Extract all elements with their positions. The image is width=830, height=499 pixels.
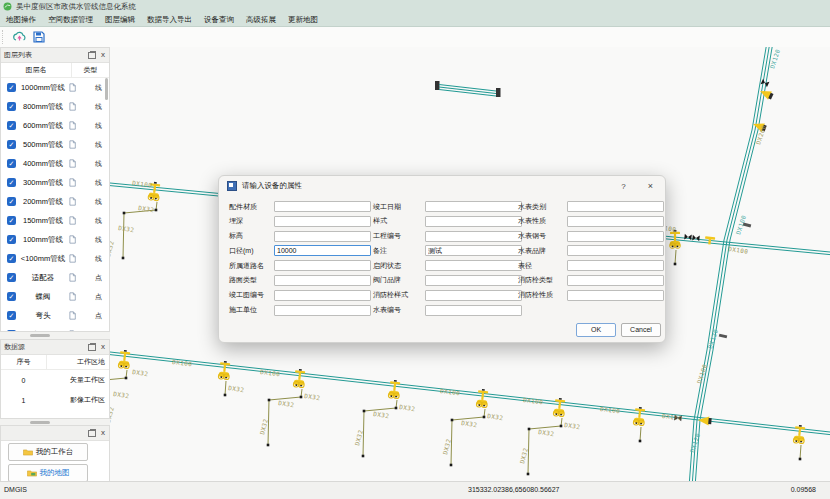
layer-row[interactable]: 适配器 点 (1, 268, 109, 287)
my-workbench-button[interactable]: 我的工作台 (8, 443, 88, 461)
column-workspace[interactable]: 工作区地 (47, 357, 109, 367)
hydrant-feature[interactable] (362, 379, 401, 457)
panel-splitter[interactable] (0, 332, 110, 339)
field-input[interactable] (567, 231, 664, 242)
hydrant-icon[interactable] (293, 368, 306, 387)
field-input[interactable] (274, 201, 371, 212)
field-input[interactable] (274, 216, 371, 227)
close-icon[interactable]: × (648, 181, 653, 191)
layer-row[interactable]: 800mm管线 线 (1, 97, 109, 116)
float-panel-icon[interactable] (88, 430, 96, 437)
field-input[interactable] (274, 231, 371, 242)
save-button[interactable] (30, 29, 48, 45)
hydrant-icon[interactable] (388, 379, 401, 398)
field-input[interactable] (567, 201, 664, 212)
help-icon[interactable]: ? (621, 182, 625, 191)
cloud-sync-button[interactable] (10, 29, 28, 45)
layer-row[interactable]: 300mm管线 线 (1, 173, 109, 192)
toolbar-grip[interactable] (2, 30, 6, 44)
menu-item[interactable]: 数据导入导出 (141, 15, 198, 25)
layer-checkbox[interactable] (7, 273, 16, 282)
ok-button[interactable]: OK (576, 323, 616, 337)
layer-checkbox[interactable] (7, 311, 16, 320)
field-input[interactable] (425, 216, 522, 227)
hydrant-feature[interactable] (527, 397, 566, 475)
field-input[interactable] (567, 275, 664, 286)
layer-checkbox[interactable] (7, 235, 16, 244)
field-input[interactable] (567, 290, 664, 301)
datasource-row[interactable]: 0 矢量工作区 (1, 370, 109, 390)
layer-row[interactable]: 150mm管线 线 (1, 211, 109, 230)
layer-row[interactable]: 400mm管线 线 (1, 154, 109, 173)
hydrant-feature[interactable] (633, 406, 646, 442)
menu-item[interactable]: 高级拓展 (240, 15, 282, 25)
field-input[interactable] (425, 231, 522, 242)
field-input[interactable] (567, 216, 664, 227)
float-panel-icon[interactable] (88, 344, 96, 351)
column-layer-type[interactable]: 类型 (72, 65, 109, 75)
field-input[interactable] (425, 305, 522, 316)
hydrant-icon[interactable] (793, 424, 806, 443)
hydrant-feature[interactable] (122, 181, 161, 259)
column-index[interactable]: 序号 (1, 355, 47, 369)
gate-valve-icon[interactable] (761, 79, 770, 87)
field-input[interactable] (425, 260, 522, 271)
layer-checkbox[interactable] (7, 83, 16, 92)
close-panel-icon[interactable]: x (101, 429, 105, 437)
layer-row[interactable]: 200mm管线 线 (1, 192, 109, 211)
gate-valve-icon[interactable] (692, 235, 700, 242)
layer-scrollbar[interactable] (105, 78, 108, 100)
gate-valve-icon[interactable] (684, 234, 692, 241)
layer-row[interactable]: 100mm管线 线 (1, 230, 109, 249)
layer-checkbox[interactable] (7, 159, 16, 168)
hydrant-feature[interactable] (110, 349, 131, 427)
menu-item[interactable]: 图层编辑 (99, 15, 141, 25)
field-input[interactable] (274, 290, 371, 301)
my-map-button[interactable]: 我的地图 (8, 464, 88, 482)
close-panel-icon[interactable]: x (101, 343, 105, 351)
cancel-button[interactable]: Cancel (621, 323, 661, 337)
field-input[interactable] (425, 245, 522, 256)
hydrant-icon[interactable] (476, 388, 489, 407)
hydrant-feature[interactable] (793, 424, 806, 460)
datasource-row[interactable]: 1 影像工作区 (1, 390, 109, 410)
layer-checkbox[interactable] (7, 254, 16, 263)
field-input[interactable] (425, 275, 522, 286)
layer-row[interactable]: 600mm管线 线 (1, 116, 109, 135)
layer-checkbox[interactable] (7, 140, 16, 149)
close-panel-icon[interactable]: x (101, 51, 105, 59)
column-layer-name[interactable]: 图层名 (1, 63, 72, 77)
field-input[interactable] (567, 260, 664, 271)
menu-item[interactable]: 更新地图 (282, 15, 324, 25)
menu-item[interactable]: 设备查询 (198, 15, 240, 25)
layer-row[interactable]: <100mm管线 线 (1, 249, 109, 268)
hydrant-feature[interactable] (670, 230, 681, 265)
hydrant-icon[interactable] (633, 406, 646, 425)
field-input[interactable] (274, 305, 371, 316)
hydrant-icon[interactable] (553, 397, 566, 416)
layer-checkbox[interactable] (7, 121, 16, 130)
hydrant-icon[interactable] (218, 360, 231, 379)
layer-checkbox[interactable] (7, 197, 16, 206)
layer-checkbox[interactable] (7, 292, 16, 301)
field-input[interactable] (425, 290, 522, 301)
hydrant-feature[interactable] (267, 368, 306, 446)
float-panel-icon[interactable] (88, 52, 96, 59)
field-input[interactable] (274, 260, 371, 271)
menu-item[interactable]: 空间数据管理 (42, 15, 99, 25)
layer-row[interactable]: 500mm管线 线 (1, 135, 109, 154)
field-input[interactable] (274, 275, 371, 286)
menu-item[interactable]: 地图操作 (0, 15, 42, 25)
field-input[interactable] (425, 201, 522, 212)
trunk-pipeline-right[interactable] (689, 47, 773, 482)
layer-row[interactable]: 1000mm管线 线 (1, 78, 109, 97)
hydrant-icon[interactable] (118, 349, 131, 368)
layer-checkbox[interactable] (7, 178, 16, 187)
hydrant-feature[interactable] (450, 388, 489, 466)
dialog-title-bar[interactable]: 请输入设备的属性 ? × (219, 176, 665, 196)
layer-row[interactable]: 蝶阀 点 (1, 287, 109, 306)
isolated-pipe-segment[interactable] (435, 81, 501, 97)
field-input[interactable] (274, 245, 371, 256)
layer-row[interactable]: 弯头 点 (1, 306, 109, 325)
field-input[interactable] (567, 245, 664, 256)
